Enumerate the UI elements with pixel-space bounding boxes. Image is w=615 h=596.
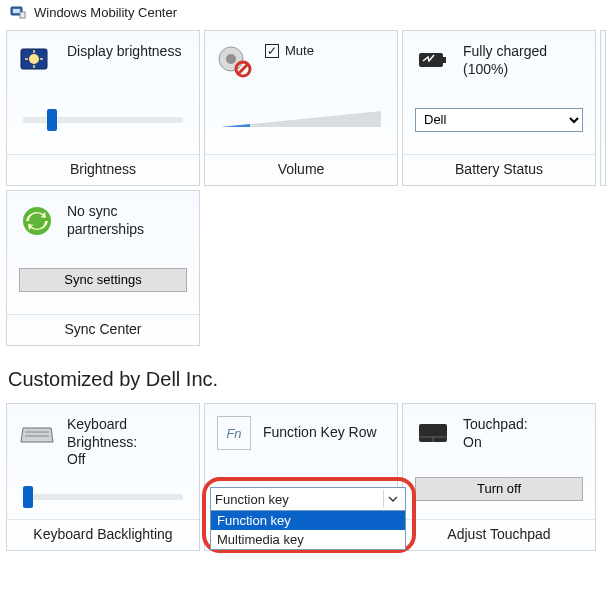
tiles-row-1: Display brightness Brightness ✓ Mute — [0, 30, 615, 346]
kb-brightness-slider[interactable] — [23, 494, 183, 500]
touchpad-label: Touchpad: On — [463, 416, 528, 451]
svg-rect-16 — [443, 57, 446, 63]
fn-option-function-key[interactable]: Function key — [211, 511, 405, 530]
keyboard-icon — [19, 416, 55, 452]
battery-line2: (100%) — [463, 61, 547, 79]
svg-marker-14 — [221, 124, 250, 127]
volume-footer: Volume — [205, 154, 397, 185]
tile-battery: Fully charged (100%) Dell Battery Status — [402, 30, 596, 186]
volume-slider[interactable] — [221, 109, 381, 131]
battery-footer: Battery Status — [403, 154, 595, 185]
brightness-label: Display brightness — [67, 43, 181, 61]
kb-footer: Keyboard Backlighting — [7, 519, 199, 550]
tile-stub — [600, 30, 606, 186]
sync-settings-button[interactable]: Sync settings — [19, 268, 187, 292]
svg-point-4 — [29, 54, 39, 64]
fn-option-multimedia-key[interactable]: Multimedia key — [211, 530, 405, 549]
brightness-footer: Brightness — [7, 154, 199, 185]
check-icon: ✓ — [265, 44, 279, 58]
svg-marker-18 — [21, 428, 53, 442]
titlebar: Windows Mobility Center — [0, 0, 615, 30]
tile-sync: No sync partnerships Sync settings Sync … — [6, 190, 200, 346]
oem-section-title: Customized by Dell Inc. — [0, 346, 615, 403]
tile-keyboard-backlight: Keyboard Brightness: Off Keyboard Backli… — [6, 403, 200, 551]
svg-rect-2 — [20, 12, 25, 18]
tiles-row-2: Keyboard Brightness: Off Keyboard Backli… — [0, 403, 615, 551]
touchpad-footer: Adjust Touchpad — [403, 519, 595, 550]
tile-volume: ✓ Mute Volume — [204, 30, 398, 186]
volume-muted-icon — [217, 43, 253, 79]
touchpad-toggle-button[interactable]: Turn off — [415, 477, 583, 501]
sync-label: No sync partnerships — [67, 203, 189, 238]
tile-touchpad: Touchpad: On Turn off Adjust Touchpad — [402, 403, 596, 551]
sync-icon — [19, 203, 55, 239]
mute-label: Mute — [285, 43, 314, 58]
fn-selected-value: Function key — [215, 492, 289, 507]
mobility-center-icon — [10, 4, 26, 20]
battery-status-text: Fully charged (100%) — [463, 43, 547, 78]
svg-point-10 — [226, 54, 236, 64]
mute-checkbox[interactable]: ✓ Mute — [265, 43, 314, 58]
chevron-down-icon[interactable] — [383, 490, 401, 508]
touchpad-icon — [415, 416, 451, 452]
fn-icon: Fn — [217, 416, 251, 450]
brightness-icon — [19, 43, 55, 79]
window-title: Windows Mobility Center — [34, 5, 177, 20]
svg-rect-1 — [13, 9, 20, 13]
tile-brightness: Display brightness Brightness — [6, 30, 200, 186]
fn-mode-select[interactable]: Function key Function key Multimedia key — [210, 487, 406, 550]
kb-label: Keyboard Brightness: Off — [67, 416, 137, 469]
brightness-slider[interactable] — [23, 117, 183, 123]
power-plan-select[interactable]: Dell — [415, 108, 583, 132]
sync-footer: Sync Center — [7, 314, 199, 345]
fn-label: Function Key Row — [263, 424, 377, 442]
battery-line1: Fully charged — [463, 43, 547, 61]
battery-icon — [415, 43, 451, 79]
svg-rect-15 — [419, 53, 443, 67]
